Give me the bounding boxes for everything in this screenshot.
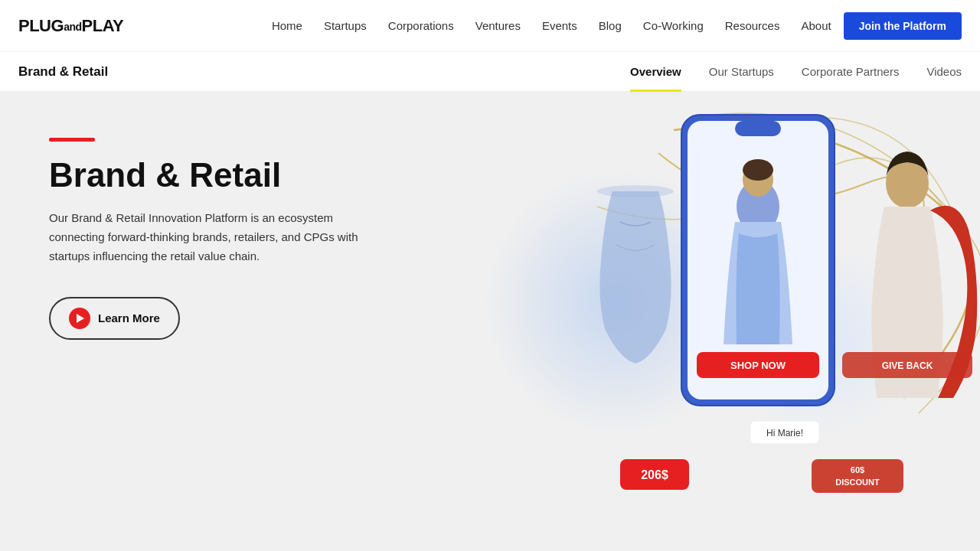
sub-nav-links: Overview Our Startups Corporate Partners…	[630, 65, 962, 79]
svg-rect-3	[735, 121, 781, 136]
sub-nav-brand: Brand & Retail	[18, 64, 108, 80]
subnav-item-corporate-partners[interactable]: Corporate Partners	[802, 65, 900, 79]
svg-text:SHOP NOW: SHOP NOW	[730, 360, 786, 371]
svg-text:60$: 60$	[851, 465, 864, 474]
logo-plug: PLUG	[18, 16, 64, 35]
nav-item-about[interactable]: About	[801, 19, 831, 33]
hero-content: Brand & Retail Our Brand & Retail Innova…	[49, 138, 371, 340]
nav-item-corporations[interactable]: Corporations	[388, 19, 454, 33]
svg-rect-14	[812, 459, 903, 493]
svg-text:DISCOUNT: DISCOUNT	[835, 478, 880, 487]
hero-title: Brand & Retail	[49, 157, 371, 194]
logo-play: PLAY	[82, 16, 124, 35]
nav-item-ventures[interactable]: Ventures	[475, 19, 521, 33]
hero-illustration: SHOP NOW GIVE BACK 206$ 60$ DISCOUNT	[291, 92, 980, 551]
logo[interactable]: PLUGandPLAY	[18, 16, 123, 36]
nav-links: Home Startups Corporations Ventures Even…	[272, 19, 831, 33]
play-icon	[69, 308, 90, 329]
play-triangle-icon	[77, 314, 84, 323]
svg-text:Hi Marie!: Hi Marie!	[766, 428, 803, 439]
nav-item-startups[interactable]: Startups	[324, 19, 367, 33]
join-platform-button[interactable]: Join the Platform	[844, 12, 962, 40]
nav-item-events[interactable]: Events	[542, 19, 577, 33]
nav-item-home[interactable]: Home	[272, 19, 302, 33]
nav-item-coworking[interactable]: Co-Working	[643, 19, 704, 33]
hero-red-bar	[49, 138, 95, 142]
nav-item-resources[interactable]: Resources	[725, 19, 780, 33]
svg-point-6	[743, 159, 773, 181]
svg-text:206$: 206$	[641, 468, 668, 481]
logo-and: and	[64, 21, 81, 33]
hero-description: Our Brand & Retail Innovation Platform i…	[49, 209, 371, 266]
subnav-item-our-startups[interactable]: Our Startups	[709, 65, 774, 79]
subnav-item-videos[interactable]: Videos	[926, 65, 962, 79]
top-navigation: PLUGandPLAY Home Startups Corporations V…	[0, 0, 980, 52]
subnav-item-overview[interactable]: Overview	[630, 65, 681, 79]
sub-navigation: Brand & Retail Overview Our Startups Cor…	[0, 52, 980, 92]
nav-item-blog[interactable]: Blog	[599, 19, 622, 33]
learn-more-button[interactable]: Learn More	[49, 297, 180, 340]
learn-more-label: Learn More	[98, 311, 160, 324]
svg-text:GIVE BACK: GIVE BACK	[882, 360, 933, 371]
hero-section: Brand & Retail Our Brand & Retail Innova…	[0, 92, 980, 551]
